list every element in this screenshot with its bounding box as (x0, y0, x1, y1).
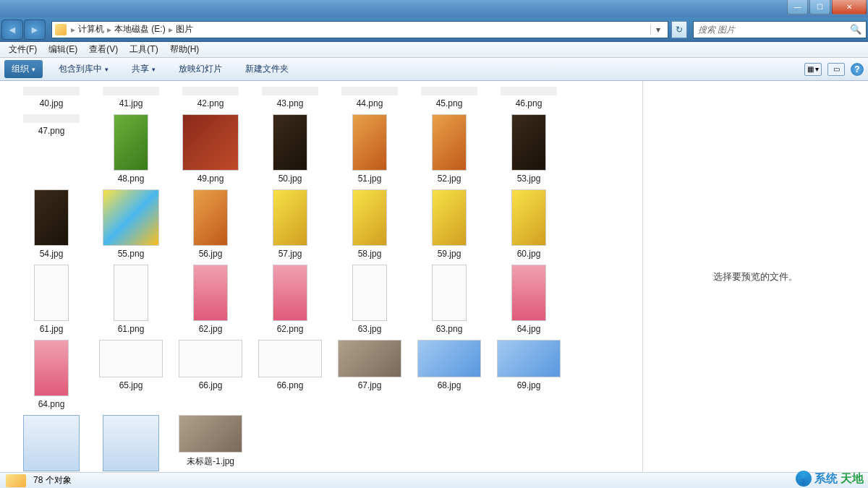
file-thumbnail (258, 340, 322, 377)
preview-pane: 选择要预览的文件。 (642, 81, 868, 472)
file-item[interactable]: 53.jpg (489, 114, 569, 184)
file-item[interactable]: 63.jpg (330, 265, 409, 334)
organize-button[interactable]: 组织 (4, 60, 43, 78)
breadcrumb-item[interactable]: 图片 (173, 23, 196, 35)
file-thumbnail (103, 415, 159, 471)
file-item[interactable]: 70.jpg (12, 415, 91, 472)
file-item[interactable]: 41.jpg (91, 87, 171, 108)
file-label: 40.jpg (12, 98, 91, 108)
file-item[interactable]: 50.jpg (250, 114, 330, 184)
file-item[interactable]: 57.jpg (250, 189, 330, 259)
file-label: 未标题-1.jpg (171, 455, 250, 468)
view-options-button[interactable]: ▦ ▾ (804, 63, 822, 76)
menu-edit[interactable]: 编辑(E) (43, 42, 83, 57)
file-item[interactable]: 55.png (91, 189, 171, 259)
file-thumbnail (99, 340, 163, 377)
forward-button[interactable]: ► (24, 20, 46, 40)
file-item[interactable]: 45.png (409, 87, 489, 108)
file-item[interactable]: 68.jpg (409, 340, 489, 409)
file-item[interactable]: 66.png (250, 340, 330, 409)
maximize-button[interactable]: ☐ (809, 0, 830, 14)
file-thumbnail (273, 114, 307, 171)
file-label: 57.jpg (250, 249, 330, 259)
file-item[interactable]: 47.png (12, 114, 91, 184)
file-label: 61.png (91, 324, 171, 334)
file-item[interactable]: 62.png (250, 265, 330, 334)
slideshow-button[interactable]: 放映幻灯片 (171, 61, 229, 77)
file-item[interactable]: 43.png (250, 87, 330, 108)
file-thumbnail (432, 114, 467, 171)
statusbar: 78 个对象 (0, 472, 868, 488)
file-item[interactable]: 58.jpg (330, 189, 409, 259)
file-item[interactable]: 51.jpg (330, 114, 409, 184)
menu-view[interactable]: 查看(V) (83, 42, 124, 57)
search-box[interactable]: 🔍 (693, 21, 867, 38)
file-label: 61.jpg (12, 324, 91, 334)
file-label: 60.jpg (489, 249, 569, 259)
file-thumbnail (262, 87, 318, 95)
file-item[interactable]: 59.jpg (409, 189, 489, 259)
menu-file[interactable]: 文件(F) (3, 42, 43, 57)
preview-pane-toggle[interactable]: ▭ (827, 63, 845, 76)
file-item[interactable]: 49.png (171, 114, 250, 184)
file-item[interactable]: 69.jpg (489, 340, 569, 409)
search-icon[interactable]: 🔍 (850, 24, 861, 35)
file-item[interactable]: 65.jpg (91, 340, 171, 409)
file-item[interactable]: 60.jpg (489, 189, 569, 259)
file-item[interactable]: 46.png (489, 87, 569, 108)
breadcrumb[interactable]: ▸ 计算机 ▸ 本地磁盘 (E:) ▸ 图片 ▾ (51, 21, 668, 38)
file-label: 66.jpg (171, 380, 250, 390)
file-item[interactable]: 71.jpg (91, 415, 171, 472)
file-thumbnail (179, 340, 242, 377)
toolbar: 组织 包含到库中 共享 放映幻灯片 新建文件夹 ▦ ▾ ▭ ? (0, 58, 868, 81)
file-label: 64.jpg (489, 324, 569, 334)
file-item[interactable]: 62.jpg (171, 265, 250, 334)
include-in-library-button[interactable]: 包含到库中 (51, 61, 116, 77)
file-item[interactable]: 64.png (12, 340, 91, 409)
file-list-pane[interactable]: 40.jpg41.jpg42.png43.png44.png45.png46.p… (0, 81, 642, 472)
file-thumbnail (34, 265, 69, 321)
file-label: 59.jpg (409, 249, 489, 259)
breadcrumb-item[interactable]: 计算机 (75, 23, 107, 35)
file-item[interactable]: 64.jpg (489, 265, 569, 334)
refresh-button[interactable]: ↻ (671, 21, 687, 38)
file-item[interactable]: 未标题-1.jpg (171, 415, 250, 472)
file-label: 45.png (409, 98, 489, 108)
new-folder-button[interactable]: 新建文件夹 (238, 61, 296, 77)
file-item[interactable]: 44.png (330, 87, 409, 108)
item-count: 78 个对象 (33, 474, 72, 487)
file-item[interactable]: 52.jpg (409, 114, 489, 184)
file-thumbnail (103, 87, 159, 95)
file-thumbnail (352, 265, 387, 321)
file-item[interactable]: 67.jpg (330, 340, 409, 409)
share-button[interactable]: 共享 (124, 61, 163, 77)
file-thumbnail (501, 87, 557, 95)
file-thumbnail (114, 114, 148, 171)
file-item[interactable]: 56.jpg (171, 189, 250, 259)
file-thumbnail (34, 189, 69, 246)
help-icon[interactable]: ? (851, 63, 864, 76)
file-thumbnail (179, 415, 242, 453)
file-label: 52.jpg (409, 174, 489, 184)
minimize-button[interactable]: — (787, 0, 808, 14)
menu-tools[interactable]: 工具(T) (124, 42, 163, 57)
file-item[interactable]: 66.jpg (171, 340, 250, 409)
search-input[interactable] (698, 25, 850, 35)
file-item[interactable]: 61.png (91, 265, 171, 334)
file-item[interactable]: 63.png (409, 265, 489, 334)
watermark: 系统天地 (796, 471, 864, 487)
close-button[interactable]: ✕ (832, 0, 867, 14)
breadcrumb-dropdown[interactable]: ▾ (650, 25, 665, 35)
window-controls: — ☐ ✕ (787, 0, 867, 17)
file-item[interactable]: 48.png (91, 114, 171, 184)
back-button[interactable]: ◄ (1, 20, 23, 40)
file-thumbnail (511, 189, 546, 246)
file-item[interactable]: 54.jpg (12, 189, 91, 259)
menu-help[interactable]: 帮助(H) (164, 42, 205, 57)
file-item[interactable]: 40.jpg (12, 87, 91, 108)
preview-empty-text: 选择要预览的文件。 (713, 270, 798, 283)
file-item[interactable]: 42.png (171, 87, 250, 108)
file-label: 49.png (171, 174, 250, 184)
breadcrumb-item[interactable]: 本地磁盘 (E:) (111, 23, 169, 35)
file-item[interactable]: 61.jpg (12, 265, 91, 334)
